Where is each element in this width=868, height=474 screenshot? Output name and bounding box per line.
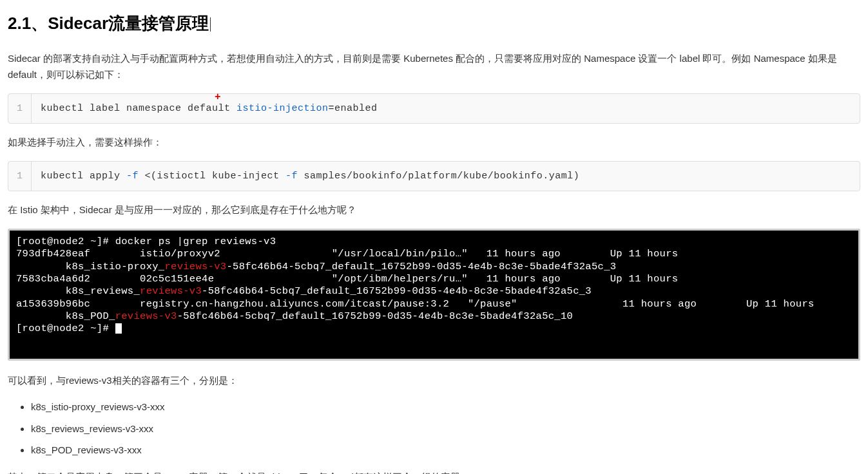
code-block-2: 1 kubectl apply -f <(istioctl kube-injec… xyxy=(8,161,860,192)
paragraph-intro: Sidecar 的部署支持自动注入与手动配置两种方式，若想使用自动注入的方式，目… xyxy=(8,50,860,83)
code-content[interactable]: +kubectl label namespace default istio-i… xyxy=(32,94,860,124)
section-heading: 2.1、Sidecar流量接管原理 xyxy=(8,13,860,35)
paragraph-explain: 其中，第二个是应用本身，第三个是pause容器，第一个就是Sidecar了，每个… xyxy=(8,469,860,474)
list-item: k8s_istio-proxy_reviews-v3-xxx xyxy=(31,399,860,415)
list-item: k8s_reviews_reviews-v3-xxx xyxy=(31,421,860,437)
terminal-cursor xyxy=(115,323,122,334)
paragraph-where: 在 Istio 架构中，Sidecar 是与应用一一对应的，那么它到底是存在于什… xyxy=(8,202,860,218)
plus-icon: + xyxy=(215,89,221,106)
terminal-output[interactable]: [root@node2 ~]# docker ps |grep reviews-… xyxy=(8,229,860,361)
line-number: 1 xyxy=(8,162,32,191)
line-number: 1 xyxy=(8,94,32,124)
paragraph-manual: 如果选择手动注入，需要这样操作： xyxy=(8,134,860,151)
container-list: k8s_istio-proxy_reviews-v3-xxx k8s_revie… xyxy=(31,399,860,459)
code-block-1: 1 +kubectl label namespace default istio… xyxy=(8,93,860,124)
paragraph-seen: 可以看到，与reviews-v3相关的容器有三个，分别是： xyxy=(8,372,860,389)
list-item: k8s_POD_reviews-v3-xxx xyxy=(31,442,860,459)
code-content[interactable]: kubectl apply -f <(istioctl kube-inject … xyxy=(32,162,860,191)
